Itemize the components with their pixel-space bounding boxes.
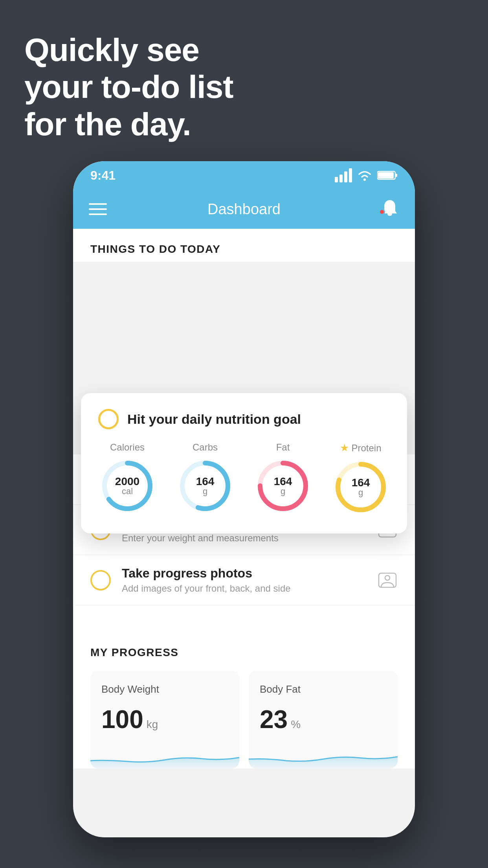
- body-weight-card: Body Weight 100 kg: [90, 671, 239, 769]
- body-weight-value-row: 100 kg: [101, 705, 228, 734]
- macro-calories-label: Calories: [110, 442, 145, 453]
- photos-text: Take progress photos Add images of your …: [122, 566, 366, 594]
- svg-rect-2: [395, 174, 397, 177]
- card-title: Hit your daily nutrition goal: [127, 412, 301, 427]
- svg-rect-3: [378, 172, 394, 178]
- phone-frame: 9:41: [73, 161, 415, 837]
- person-photo-icon: [377, 570, 398, 590]
- things-section-header: THINGS TO DO TODAY: [73, 229, 415, 262]
- hamburger-menu[interactable]: [89, 203, 107, 215]
- nav-title: Dashboard: [207, 201, 281, 218]
- progress-cards: Body Weight 100 kg: [90, 671, 398, 769]
- wifi-icon: [357, 169, 372, 181]
- body-fat-title: Body Fat: [260, 683, 387, 695]
- macro-fat-value: 164: [274, 476, 292, 487]
- svg-point-14: [385, 576, 390, 580]
- photos-sub: Add images of your front, back, and side: [122, 583, 366, 594]
- body-weight-title: Body Weight: [101, 683, 228, 695]
- body-fat-sparkline: [249, 745, 398, 769]
- macro-carbs: Carbs 164 g: [176, 442, 234, 516]
- headline: Quickly see your to-do list for the day.: [24, 31, 233, 143]
- macro-fat: Fat 164 g: [254, 442, 312, 516]
- bell-icon[interactable]: [380, 199, 399, 218]
- nutrition-goal-card: Hit your daily nutrition goal Calories 2…: [81, 393, 407, 533]
- macro-carbs-donut: 164 g: [176, 457, 234, 515]
- status-icons: [335, 168, 398, 182]
- card-title-row: Hit your daily nutrition goal: [98, 409, 390, 429]
- macro-protein-label: Protein: [351, 443, 381, 454]
- body-fat-value-row: 23 %: [260, 705, 387, 734]
- body-stats-sub: Enter your weight and measurements: [122, 533, 366, 544]
- macro-fat-label: Fat: [276, 442, 290, 453]
- macro-carbs-label: Carbs: [193, 442, 218, 453]
- spacer: [73, 605, 415, 629]
- macro-calories-value: 2000: [115, 476, 139, 487]
- photos-title: Take progress photos: [122, 566, 366, 581]
- progress-header: MY PROGRESS: [90, 646, 398, 659]
- macro-calories-donut: 2000 cal: [98, 457, 156, 515]
- macro-protein-donut: 164 g: [332, 458, 390, 516]
- body-fat-card: Body Fat 23 %: [249, 671, 398, 769]
- macro-protein-label-row: ★ Protein: [340, 442, 381, 454]
- status-time: 9:41: [90, 168, 116, 183]
- macro-fat-unit: g: [274, 487, 292, 496]
- photos-checkbox[interactable]: [90, 570, 111, 590]
- list-item-photos[interactable]: Take progress photos Add images of your …: [73, 555, 415, 605]
- macro-calories: Calories 2000 cal: [98, 442, 156, 516]
- macro-protein-unit: g: [352, 488, 370, 497]
- body-weight-unit: kg: [147, 718, 158, 731]
- progress-section: MY PROGRESS Body Weight 100 kg: [73, 629, 415, 769]
- battery-icon: [377, 170, 398, 180]
- card-checkbox[interactable]: [98, 409, 119, 429]
- nav-bar: Dashboard: [73, 189, 415, 229]
- body-weight-sparkline: [90, 745, 239, 769]
- notification-dot: [379, 209, 385, 215]
- things-header-text: THINGS TO DO TODAY: [90, 243, 220, 255]
- macro-carbs-value: 164: [196, 476, 215, 487]
- svg-point-0: [363, 178, 366, 181]
- protein-star-icon: ★: [340, 442, 349, 454]
- macro-protein-value: 164: [352, 477, 370, 488]
- macro-fat-donut: 164 g: [254, 457, 312, 515]
- signal-icon: [335, 168, 352, 182]
- macros-row: Calories 2000 cal Carbs: [98, 442, 390, 516]
- macro-protein: ★ Protein 164 g: [332, 442, 390, 516]
- body-fat-unit: %: [291, 718, 301, 731]
- status-bar: 9:41: [73, 161, 415, 189]
- macro-calories-unit: cal: [115, 487, 139, 496]
- body-weight-number: 100: [101, 705, 143, 734]
- body-fat-number: 23: [260, 705, 288, 734]
- macro-carbs-unit: g: [196, 487, 215, 496]
